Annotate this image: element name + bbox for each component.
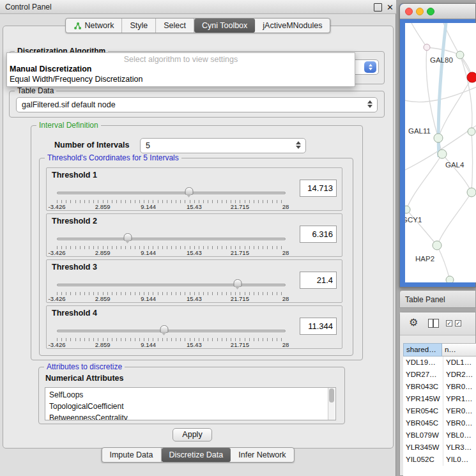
select-checkbox-icon[interactable]: ✓ (446, 320, 452, 326)
table-row[interactable]: YBR045CYBR0… (403, 417, 476, 429)
node[interactable] (467, 188, 476, 197)
axis-tick-label: 9.144 (141, 341, 156, 348)
threshold-1-slider[interactable] (57, 187, 286, 199)
node-label-gal4: GAL4 (445, 161, 464, 169)
mac-close-icon[interactable] (405, 8, 413, 15)
column-header-shared[interactable]: shared… (403, 343, 442, 357)
tab-select[interactable]: Select (156, 19, 194, 33)
axis-tick-label: 28 (282, 249, 289, 256)
cell[interactable]: YDL19… (403, 357, 443, 369)
numerical-attributes-list: SelfLoops TopologicalCoefficient Between… (45, 387, 336, 420)
dropdown-option-equal-width-frequency[interactable]: Equal Width/Frequency Discretization (7, 74, 355, 84)
tab-cyni-toolbox[interactable]: Cyni Toolbox (194, 19, 255, 33)
mac-zoom-icon[interactable] (427, 8, 434, 15)
cell[interactable]: YER0… (443, 405, 476, 417)
slider-thumb[interactable] (185, 187, 193, 195)
cell[interactable]: YER054C (403, 405, 443, 417)
threshold-2-value-field[interactable] (300, 226, 337, 243)
table-row[interactable]: YER054CYER0… (403, 405, 476, 417)
slider-thumb[interactable] (160, 325, 169, 333)
threshold-4-slider[interactable] (57, 325, 286, 337)
slider-thumb[interactable] (233, 279, 242, 287)
tab-discretize-data[interactable]: Discretize Data (162, 448, 231, 462)
table-row[interactable]: YIL052CYIL0… (403, 454, 476, 466)
cell[interactable]: YIL0… (443, 454, 476, 466)
axis-tick-label: 21.715 (231, 249, 249, 256)
node[interactable] (446, 276, 454, 282)
node-gal4[interactable] (438, 150, 447, 158)
node-red-selected[interactable] (467, 72, 476, 82)
cell[interactable]: YLR3… (443, 441, 476, 454)
cell[interactable]: YPR145W (403, 393, 443, 405)
table-header-row: shared… n… (403, 343, 476, 357)
cell[interactable]: YBR045C (403, 417, 443, 429)
dropdown-option-manual-discretization[interactable]: Manual Discretization (7, 64, 355, 74)
combo-arrows-icon[interactable] (364, 61, 376, 73)
cell[interactable]: YDL1… (443, 357, 476, 369)
axis-tick-label: 15.43 (187, 341, 202, 348)
scrollbar-thumb[interactable] (329, 388, 334, 403)
cell[interactable]: YBL079W (403, 429, 443, 441)
number-of-intervals-combobox[interactable]: 5 (140, 138, 306, 153)
numerical-attributes-heading: Numerical Attributes (45, 374, 123, 383)
table-row[interactable]: YBL079WYBL0… (403, 429, 476, 441)
node-gcy1[interactable] (405, 206, 410, 213)
cell[interactable]: YBR043C (403, 381, 443, 393)
table-row[interactable]: YLR345WYLR3… (403, 441, 476, 454)
table-row[interactable]: YPR145WYPR1… (403, 393, 476, 405)
table-row[interactable]: YDR27…YDR2… (403, 369, 476, 381)
column-header-name[interactable]: n… (442, 343, 476, 357)
apply-button[interactable]: Apply (173, 428, 212, 441)
list-item-selfloops[interactable]: SelfLoops (49, 389, 335, 401)
mac-minimize-icon[interactable] (416, 8, 424, 15)
combo-arrows-icon (367, 100, 372, 108)
list-item-topologicalcoefficient[interactable]: TopologicalCoefficient (49, 401, 335, 412)
cell[interactable]: YDR27… (403, 369, 443, 381)
tab-style[interactable]: Style (122, 19, 156, 33)
columns-icon[interactable] (428, 319, 439, 328)
cell[interactable]: YPR1… (443, 393, 476, 405)
cell[interactable]: YLR345W (403, 441, 443, 454)
node-hap2[interactable] (433, 241, 441, 250)
cell[interactable]: YIL052C (403, 454, 443, 466)
select-all-checkbox-icon[interactable]: ✓ (455, 320, 461, 326)
tab-impute-data[interactable]: Impute Data (102, 448, 161, 462)
list-item-betweennesscentrality[interactable]: BetweennessCentrality (49, 412, 335, 420)
slider-track[interactable] (57, 330, 286, 332)
table-row[interactable]: YDL19…YDL1… (403, 357, 476, 369)
float-window-icon[interactable] (374, 3, 382, 12)
node-label-hap2: HAP2 (415, 255, 434, 263)
axis-tick-label: 9.144 (141, 295, 156, 302)
node[interactable] (468, 128, 475, 135)
threshold-4-value-field[interactable] (300, 318, 337, 335)
threshold-1-value-field[interactable] (300, 180, 337, 197)
cell[interactable]: YDR2… (443, 369, 476, 381)
attributes-group-label: Attributes to discretize (44, 362, 125, 371)
threshold-3-label: Threshold 3 (52, 263, 97, 272)
cell[interactable]: YBR0… (443, 381, 476, 393)
tab-network[interactable]: Network (66, 19, 123, 33)
slider-track[interactable] (57, 238, 286, 240)
threshold-2-slider[interactable] (57, 233, 286, 245)
node[interactable] (456, 51, 464, 59)
cell[interactable]: YBL0… (443, 429, 476, 441)
table-data-combobox[interactable]: galFiltered.sif default node (16, 97, 378, 112)
threshold-3-slider[interactable] (57, 279, 286, 291)
threshold-3-value-field[interactable] (300, 272, 337, 289)
slider-thumb[interactable] (123, 233, 132, 241)
table-row[interactable]: YBR043CYBR0… (403, 381, 476, 393)
list-scrollbar[interactable] (328, 388, 335, 420)
tab-style-label: Style (130, 21, 148, 30)
node[interactable] (424, 44, 430, 50)
gear-icon[interactable]: ⚙ (409, 318, 418, 328)
slider-track[interactable] (57, 192, 286, 194)
tab-infer-network[interactable]: Infer Network (231, 448, 293, 462)
threshold-4-label: Threshold 4 (52, 309, 97, 318)
cell[interactable]: YBR0… (443, 417, 476, 429)
close-icon[interactable]: ✕ (386, 3, 394, 12)
network-canvas[interactable]: GAL80 GAL11 GAL4 GCY1 HAP2 (405, 23, 476, 282)
node-gal11[interactable] (434, 134, 443, 142)
slider-track[interactable] (57, 284, 286, 286)
panel-title: Control Panel (5, 3, 52, 12)
tab-jactivemnodules[interactable]: jActiveMNodules (255, 19, 330, 33)
